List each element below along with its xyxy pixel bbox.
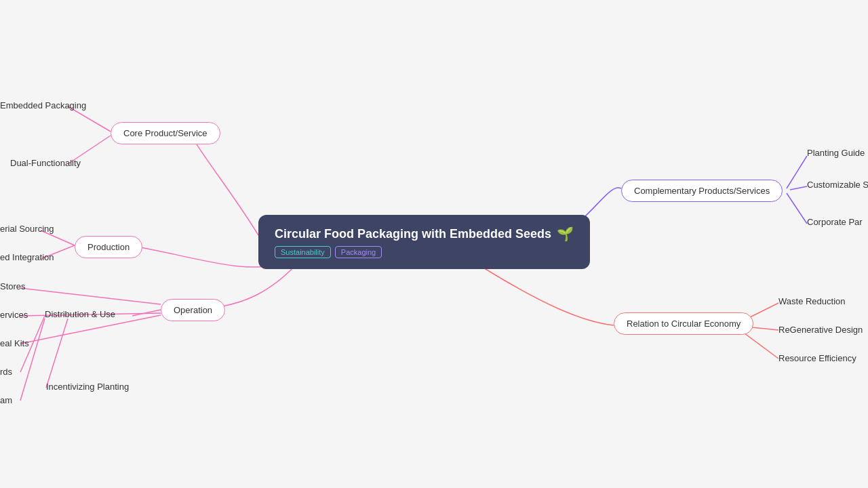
tag-container: Sustainability Packaging (275, 246, 574, 258)
regenerative-design-node: ReGenerative Design (778, 325, 863, 335)
rds-node: rds (0, 367, 12, 377)
meal-kits-node: eal Kits (0, 338, 29, 348)
customizable-node: Customizable S (807, 180, 868, 190)
services-node: ervices (0, 310, 28, 320)
operation-node: Operation (161, 299, 225, 321)
resource-efficiency-node: Resource Efficiency (778, 353, 856, 363)
material-sourcing-node: erial Sourcing (0, 224, 54, 234)
relation-circular-node: Relation to Circular Economy (614, 312, 753, 335)
center-title: Circular Food Packaging with Embedded Se… (275, 227, 551, 241)
am-node: am (0, 395, 12, 405)
distribution-use-node: Distribution & Use (45, 309, 115, 319)
dual-functionality-node: Dual-Functionality (10, 158, 81, 168)
embedded-packaging-node: Embedded Packaging (0, 100, 86, 110)
complementary-node: Complementary Products/Services (621, 180, 783, 202)
production-node: Production (75, 236, 142, 258)
tag-sustainability: Sustainability (275, 246, 331, 258)
planting-guide-node: Planting Guide (807, 148, 865, 158)
corporate-par-node: Corporate Par (807, 217, 863, 227)
center-node: Circular Food Packaging with Embedded Se… (258, 215, 590, 269)
seedling-icon: 🌱 (557, 226, 574, 242)
core-product-node: Core Product/Service (111, 122, 220, 144)
waste-reduction-node: Waste Reduction (778, 296, 846, 306)
ed-integration-node: ed Integration (0, 252, 54, 262)
tag-packaging: Packaging (335, 246, 382, 258)
incentivizing-planting-node: Incentivizing Planting (46, 382, 129, 392)
stores-node: Stores (0, 281, 26, 291)
